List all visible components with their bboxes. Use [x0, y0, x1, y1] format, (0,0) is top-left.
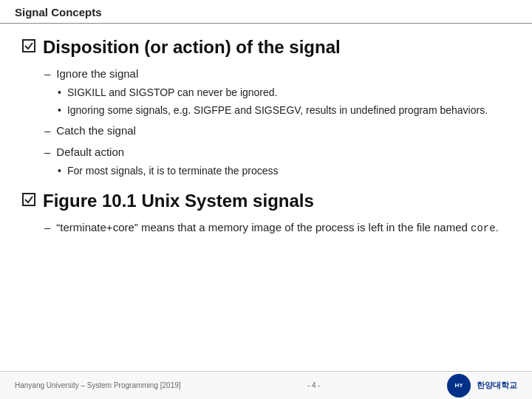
subitem-1-2: • Ignoring some signals, e.g. SIGFPE and… — [58, 103, 510, 118]
subitem-1-2-text: Ignoring some signals, e.g. SIGFPE and S… — [67, 103, 488, 118]
page-footer: Hanyang University – System Programming … — [0, 371, 532, 399]
bullet-icon: • — [58, 163, 61, 179]
footer-left-text: Hanyang University – System Programming … — [15, 381, 181, 389]
subitem-1-1: • SIGKILL and SIGSTOP can never be ignor… — [58, 85, 510, 100]
item2-label: Catch the signal — [56, 123, 136, 140]
section1-list: – Ignore the signal • SIGKILL and SIGSTO… — [22, 66, 510, 180]
list-item-1: – Ignore the signal • SIGKILL and SIGSTO… — [44, 66, 510, 119]
subitem-1-1-text: SIGKILL and SIGSTOP can never be ignored… — [67, 85, 278, 100]
bullet-icon: • — [58, 85, 61, 100]
item1-label: Ignore the signal — [56, 66, 138, 83]
item1-subitems: • SIGKILL and SIGSTOP can never be ignor… — [44, 85, 510, 118]
subitem-3-1-text: For most signals, it is to terminate the… — [67, 163, 279, 179]
footer-page-number: - 4 - — [307, 381, 321, 389]
dash-icon-3: – — [44, 144, 50, 161]
logo-abbr: HY — [454, 382, 463, 389]
bullet-icon: • — [58, 103, 61, 118]
item3-subitems: • For most signals, it is to terminate t… — [44, 163, 510, 179]
section2-text-after: . — [496, 221, 499, 233]
subitem-3-1: • For most signals, it is to terminate t… — [58, 163, 510, 179]
section2-text-before: “terminate+core” means that a memory ima… — [56, 221, 471, 233]
dash-icon-4: – — [44, 219, 50, 236]
section2-heading: Figure 10.1 Unix System signals — [22, 191, 510, 212]
list-item-2: – Catch the signal — [44, 123, 510, 140]
section1-title: Disposition (or action) of the signal — [43, 37, 341, 58]
checkbox-icon-2 — [22, 193, 35, 206]
section2-code: core — [471, 222, 496, 234]
section2-item-1: – “terminate+core” means that a memory i… — [44, 219, 510, 236]
dash-icon-2: – — [44, 123, 50, 140]
section1-heading: Disposition (or action) of the signal — [22, 37, 510, 58]
checkbox-icon — [22, 39, 35, 52]
page-header: Signal Concepts — [0, 0, 532, 24]
section2: Figure 10.1 Unix System signals – “termi… — [22, 191, 510, 236]
logo-circle-icon: HY — [447, 374, 471, 398]
footer-logo: HY 한양대학교 — [447, 374, 517, 398]
page-title: Signal Concepts — [15, 6, 102, 18]
section2-title: Figure 10.1 Unix System signals — [43, 191, 314, 212]
dash-icon-1: – — [44, 66, 50, 83]
logo-text: 한양대학교 — [477, 381, 517, 390]
section2-list: – “terminate+core” means that a memory i… — [22, 219, 510, 236]
list-item-3: – Default action • For most signals, it … — [44, 144, 510, 180]
item3-label: Default action — [56, 144, 124, 161]
main-content: Disposition (or action) of the signal – … — [0, 24, 532, 248]
section2-text: “terminate+core” means that a memory ima… — [56, 219, 498, 236]
